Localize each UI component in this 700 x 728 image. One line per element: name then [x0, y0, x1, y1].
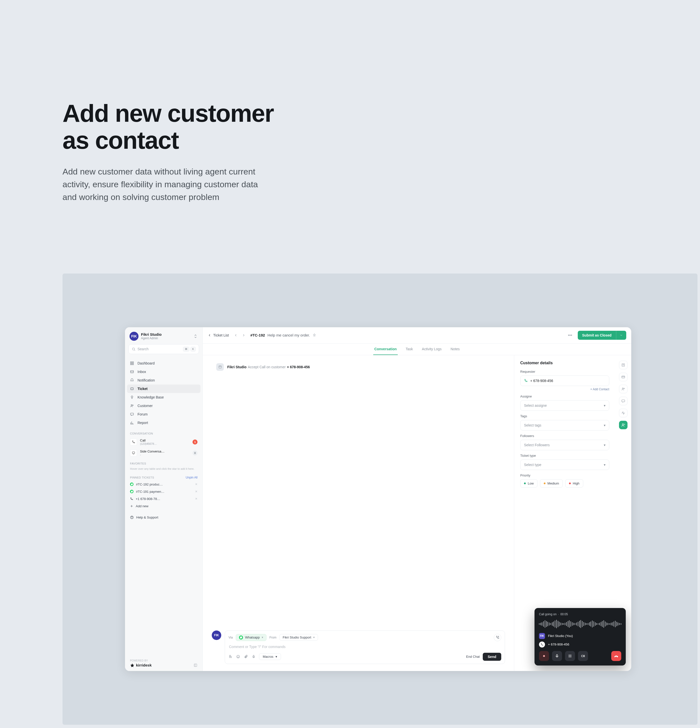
svg-point-19	[624, 388, 625, 389]
requester-phone[interactable]: + 678-908-456	[520, 376, 609, 386]
emoji-icon[interactable]	[236, 655, 240, 659]
nav-notification[interactable]: Notification	[127, 376, 201, 384]
priority-low[interactable]: Low	[520, 479, 537, 487]
svg-point-30	[569, 657, 570, 657]
rail-add-contact-button[interactable]	[619, 421, 628, 429]
svg-point-8	[133, 405, 133, 406]
org-role: Agent Admin	[141, 337, 191, 340]
followers-label: Followers	[520, 434, 609, 438]
phone-icon	[539, 641, 545, 647]
svg-point-18	[622, 388, 623, 389]
rail-activity-icon[interactable]	[619, 409, 628, 417]
pin-icon: ✕	[195, 497, 198, 501]
priority-medium[interactable]: Medium	[540, 479, 563, 487]
tags-select[interactable]: Select tags ▾	[520, 420, 609, 430]
end-chat-button[interactable]: End Chat	[466, 655, 480, 659]
pinned-ticket-3[interactable]: +1 678-908-78… ✕	[125, 495, 202, 503]
via-label: Via	[228, 636, 233, 639]
nav-forum[interactable]: Forum	[127, 410, 201, 419]
nav-knowledge-base[interactable]: Knowledge Base	[127, 393, 201, 402]
chevron-down-icon: ▾	[604, 463, 606, 467]
svg-point-14	[237, 655, 240, 658]
dashboard-icon	[130, 361, 134, 365]
nav-ticket[interactable]: Ticket	[127, 384, 201, 393]
search-placeholder: Search	[137, 347, 181, 351]
svg-point-7	[131, 404, 132, 406]
collapse-sidebar-icon[interactable]	[193, 663, 198, 667]
svg-point-22	[543, 655, 545, 657]
topbar: Ticket List #TC-192 Help me cancel my or…	[203, 327, 631, 344]
hero-description: Add new customer data without living age…	[62, 165, 263, 204]
ticket-icon	[130, 387, 134, 391]
back-to-ticket-list[interactable]: Ticket List	[208, 333, 229, 337]
dialpad-button[interactable]	[565, 651, 575, 661]
app-window: FIK Fikri Studio Agent Admin Search	[125, 327, 631, 671]
whatsapp-icon	[239, 636, 243, 640]
help-icon	[130, 516, 134, 519]
rail-details-icon[interactable]	[619, 361, 628, 369]
help-support-link[interactable]: Help & Support	[125, 514, 202, 521]
priority-high[interactable]: High	[565, 479, 583, 487]
svg-rect-1	[130, 362, 132, 363]
conversation-side[interactable]: Side Conversa… - 0	[125, 448, 202, 458]
svg-rect-33	[582, 655, 583, 657]
assigne-select[interactable]: Select assigne ▾	[520, 400, 609, 411]
phone-icon	[130, 497, 133, 501]
transfer-call-button[interactable]	[494, 634, 501, 641]
whatsapp-icon	[130, 482, 133, 486]
from-selector[interactable]: Fikri Studio Support ▾	[280, 634, 318, 641]
dot-icon	[544, 482, 546, 484]
submit-dropdown[interactable]	[616, 331, 626, 340]
svg-rect-4	[132, 364, 133, 365]
next-ticket-button[interactable]	[241, 332, 247, 338]
nav-dashboard[interactable]: Dashboard	[127, 359, 201, 367]
org-switcher[interactable]	[193, 333, 198, 339]
tab-conversation[interactable]: Conversation	[373, 344, 397, 355]
tab-notes[interactable]: Notes	[449, 344, 461, 355]
nav-customer[interactable]: Customer	[127, 402, 201, 410]
followers-select[interactable]: Select Followers ▾	[520, 440, 609, 450]
submit-as-closed-button[interactable]: Submit as Closed	[578, 331, 626, 340]
tab-activity-logs[interactable]: Activity Logs	[421, 344, 443, 355]
ticket-more-menu[interactable]: •••	[566, 332, 574, 338]
hero-title-line2: as contact	[62, 127, 179, 154]
add-new-pin[interactable]: Add new	[125, 503, 202, 510]
send-button[interactable]: Send	[483, 653, 501, 661]
mute-button[interactable]	[552, 651, 562, 661]
tab-task[interactable]: Task	[405, 344, 414, 355]
video-button[interactable]	[578, 651, 588, 661]
rail-card-icon[interactable]	[619, 373, 628, 381]
macros-dropdown[interactable]: Macros ▾	[259, 653, 281, 660]
conversation-section-label: CONVERSATION	[125, 429, 202, 436]
org-logo: FIK	[130, 332, 139, 341]
svg-point-26	[571, 654, 572, 655]
attachment-icon[interactable]	[244, 655, 248, 659]
composer-input[interactable]: Comment or Type "/" For commands	[228, 644, 501, 653]
channel-selector[interactable]: Whatsapp ▾	[236, 634, 267, 641]
ticket-title: Help me cancel my order.	[267, 333, 310, 337]
message-composer: Via Whatsapp ▾ From Fikri Studio Support	[225, 631, 505, 664]
add-contact-button[interactable]: + Add Contact	[520, 387, 609, 391]
pinned-ticket-2[interactable]: #TC-191 paymen… ✕	[125, 488, 202, 495]
requester-label: Requester	[520, 370, 609, 374]
rail-chat-icon[interactable]	[619, 397, 628, 405]
pinned-ticket-1[interactable]: #TC-192 produc… ✕	[125, 481, 202, 488]
pin-ticket-button[interactable]	[313, 333, 316, 337]
hangup-button[interactable]	[611, 651, 621, 661]
inbox-icon	[130, 370, 134, 374]
prev-ticket-button[interactable]	[232, 332, 239, 338]
search-input[interactable]: Search ⌘K	[128, 344, 199, 354]
text-format-icon[interactable]	[228, 655, 232, 659]
record-button[interactable]	[539, 651, 549, 661]
chat-icon	[130, 412, 134, 416]
conversation-call[interactable]: Call (123)45678… 1	[125, 436, 202, 448]
svg-point-28	[570, 656, 570, 656]
ticket-type-select[interactable]: Select type ▾	[520, 459, 609, 470]
nav-report[interactable]: Report	[127, 419, 201, 427]
ticket-type-label: Ticket type	[520, 454, 609, 458]
rail-contacts-icon[interactable]	[619, 385, 628, 393]
unpin-all-button[interactable]: Unpin All	[186, 476, 198, 479]
svg-rect-5	[130, 371, 133, 373]
nav-inbox[interactable]: Inbox	[127, 367, 201, 376]
microphone-icon[interactable]	[252, 655, 255, 659]
